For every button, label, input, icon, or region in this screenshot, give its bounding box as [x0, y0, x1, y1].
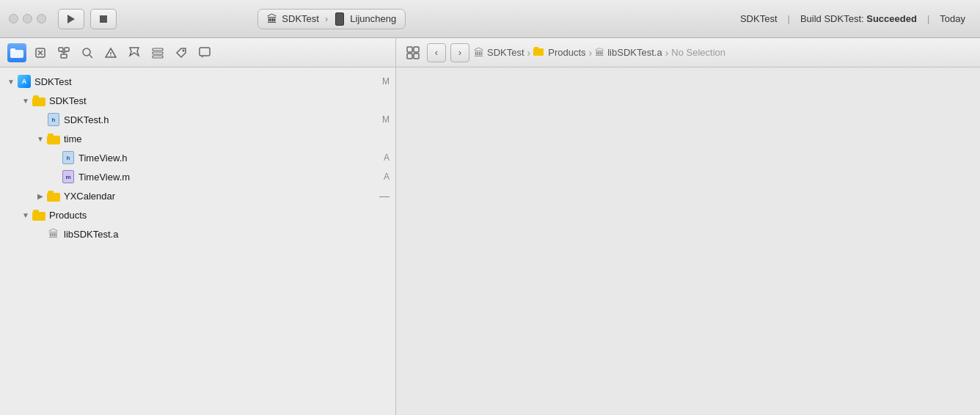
status-project: SDKTest: [740, 13, 778, 24]
h-file-icon-timeview: h: [62, 151, 75, 164]
tree-item-timeview-h[interactable]: h TimeView.h A: [0, 148, 395, 167]
right-breadcrumb: 🏛 SDKTest › Products › 🏛 libSDKTest.a › …: [474, 47, 973, 59]
grid-view-icon[interactable]: [403, 43, 423, 62]
back-button[interactable]: ‹: [427, 43, 446, 62]
sep2: |: [927, 13, 929, 24]
tree-label-yxcalendar: YXCalendar: [64, 191, 115, 202]
tree-label-time: time: [64, 133, 82, 144]
tree-item-timeview-m[interactable]: m TimeView.m A: [0, 167, 395, 186]
svg-point-22: [183, 49, 185, 51]
tree-item-time-folder[interactable]: time: [0, 129, 395, 148]
svg-point-17: [110, 55, 111, 56]
maximize-button[interactable]: [37, 14, 46, 23]
tree-label-sdktest-root: SDKTest: [34, 76, 72, 87]
right-content-area: [396, 67, 980, 415]
breadcrumb-label-products[interactable]: Products: [548, 47, 585, 58]
traffic-lights: [9, 14, 46, 23]
expand-icon-yxcalendar[interactable]: [35, 191, 45, 201]
svg-rect-27: [407, 54, 412, 59]
svg-rect-20: [153, 52, 163, 54]
titlebar: 🏛 SDKTest › Lijuncheng SDKTest | Build S…: [0, 0, 980, 38]
svg-rect-21: [153, 56, 163, 58]
device-icon: [335, 12, 344, 26]
svg-rect-8: [65, 48, 69, 51]
tree-item-libsdktest-a[interactable]: 🏛 libSDKTest.a: [0, 224, 395, 243]
breadcrumb-label-lib[interactable]: libSDKTest.a: [607, 47, 662, 58]
tree-label-libsdktest: libSDKTest.a: [64, 229, 118, 240]
badge-sdktest-h: M: [382, 114, 390, 125]
left-toolbar: [0, 38, 395, 67]
folder-icon-yxcalendar: [47, 189, 60, 202]
scheme-project-icon: 🏛: [267, 13, 277, 25]
list-navigator-icon[interactable]: [148, 43, 167, 62]
bookmark-navigator-icon[interactable]: [125, 43, 144, 62]
expand-icon-products[interactable]: [21, 210, 31, 220]
play-button[interactable]: [58, 9, 84, 29]
expand-icon-sdktest-root[interactable]: [6, 76, 16, 87]
breadcrumb-sep-3: ›: [665, 47, 669, 59]
build-time: Today: [940, 13, 965, 24]
m-file-icon-timeview: m: [62, 170, 75, 183]
svg-marker-18: [130, 48, 139, 56]
titlebar-breadcrumb: 🏛 SDKTest › Lijuncheng: [122, 9, 541, 29]
tree-label-sdktest-h: SDKTest.h: [64, 114, 109, 125]
breadcrumb-no-selection: No Selection: [671, 47, 725, 58]
right-toolbar: ‹ › 🏛 SDKTest › Products ›: [396, 38, 980, 67]
badge-timeview-m: A: [384, 172, 390, 182]
forward-button[interactable]: ›: [450, 43, 469, 62]
spacer-timeview-m: [50, 172, 60, 182]
expand-icon-sdktest-folder[interactable]: [21, 95, 31, 106]
breadcrumb-icon-lib: 🏛: [595, 47, 604, 58]
minimize-button[interactable]: [23, 14, 32, 23]
tree-item-products-folder[interactable]: Products: [0, 205, 395, 224]
breadcrumb-label-sdktest[interactable]: SDKTest: [487, 47, 524, 58]
svg-rect-19: [153, 48, 163, 51]
alert-navigator-icon[interactable]: [101, 43, 120, 62]
search-navigator-icon[interactable]: [78, 43, 97, 62]
tag-navigator-icon[interactable]: [172, 43, 191, 62]
close-button[interactable]: [9, 14, 18, 23]
device-label: Lijuncheng: [350, 13, 396, 24]
expand-icon-time[interactable]: [35, 133, 45, 144]
folder-navigator-icon[interactable]: [7, 43, 26, 62]
tree-item-yxcalendar-folder[interactable]: YXCalendar —: [0, 186, 395, 205]
badge-sdktest-root: M: [382, 76, 390, 87]
tree-item-sdktest-h[interactable]: h SDKTest.h M: [0, 110, 395, 129]
library-icon-libsdktest: 🏛: [47, 227, 60, 240]
svg-line-14: [89, 55, 92, 58]
breadcrumb-separator: ›: [325, 13, 328, 24]
tree-item-sdktest-root[interactable]: A SDKTest M: [0, 72, 395, 91]
svg-rect-3: [10, 48, 15, 51]
svg-rect-25: [407, 47, 412, 52]
chat-navigator-icon[interactable]: [195, 43, 214, 62]
right-panel: ‹ › 🏛 SDKTest › Products ›: [396, 38, 980, 415]
breadcrumb-sep-2: ›: [589, 47, 593, 59]
folder-icon-products: [32, 208, 45, 221]
tree-label-sdktest-folder: SDKTest: [49, 95, 87, 106]
scheme-selector[interactable]: 🏛 SDKTest › Lijuncheng: [257, 9, 406, 29]
xcode-project-icon: A: [18, 75, 31, 88]
left-panel: A SDKTest M SDKTest: [0, 38, 396, 415]
spacer-timeview-h: [50, 153, 60, 163]
scheme-project-label: SDKTest: [282, 13, 319, 24]
warning-navigator-icon[interactable]: [31, 43, 50, 62]
file-tree: A SDKTest M SDKTest: [0, 67, 395, 415]
svg-rect-26: [414, 47, 419, 52]
folder-icon-time: [47, 132, 60, 145]
build-status-area: SDKTest | Build SDKTest: Succeeded | Tod…: [547, 13, 972, 24]
tree-item-sdktest-folder[interactable]: SDKTest: [0, 91, 395, 110]
build-status-text: Build SDKTest: Succeeded: [800, 13, 917, 24]
svg-marker-0: [67, 15, 75, 23]
badge-yxcalendar: —: [379, 190, 390, 202]
svg-rect-23: [200, 48, 210, 56]
tree-label-timeview-h: TimeView.h: [78, 153, 127, 164]
svg-rect-9: [61, 54, 67, 58]
svg-rect-7: [59, 48, 63, 51]
stop-button[interactable]: [90, 9, 117, 29]
spacer-libsdktest: [35, 229, 45, 239]
svg-point-13: [83, 48, 90, 56]
svg-marker-24: [202, 56, 204, 58]
tree-label-products: Products: [49, 210, 87, 221]
hierarchy-navigator-icon[interactable]: [54, 43, 73, 62]
h-file-icon-sdktest: h: [47, 113, 60, 126]
